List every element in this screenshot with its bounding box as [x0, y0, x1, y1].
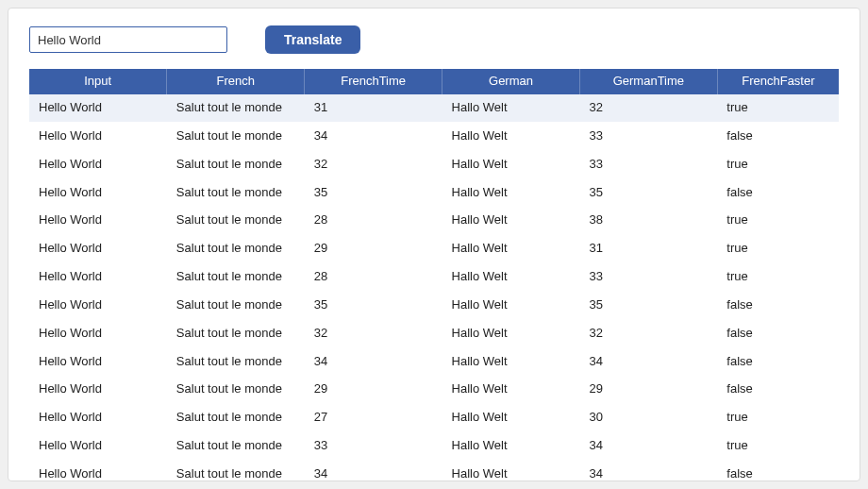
cell-french: Salut tout le monde: [167, 178, 305, 207]
cell-input: Hello World: [29, 319, 167, 347]
cell-frenchtime: 35: [305, 291, 442, 319]
cell-german: Hallo Welt: [442, 235, 580, 263]
cell-input: Hello World: [29, 94, 167, 123]
cell-input: Hello World: [29, 376, 167, 404]
cell-frenchtime: 34: [305, 122, 442, 150]
cell-frenchtime: 32: [305, 150, 442, 178]
cell-input: Hello World: [29, 207, 167, 235]
cell-frenchtime: 34: [305, 347, 442, 376]
col-header-frenchfaster[interactable]: FrenchFaster: [717, 69, 839, 94]
col-header-input[interactable]: Input: [29, 69, 167, 94]
cell-french: Salut tout le monde: [167, 291, 305, 319]
cell-frenchfaster: true: [717, 235, 839, 263]
cell-frenchfaster: true: [717, 404, 839, 432]
col-header-german[interactable]: German: [442, 69, 580, 94]
cell-french: Salut tout le monde: [167, 404, 305, 432]
cell-french: Salut tout le monde: [167, 319, 305, 347]
cell-germantime: 33: [579, 122, 717, 150]
cell-frenchtime: 28: [305, 263, 442, 292]
cell-german: Hallo Welt: [442, 376, 580, 404]
app-panel: Translate Input French FrenchTime German…: [8, 8, 860, 481]
cell-germantime: 32: [579, 319, 717, 347]
cell-germantime: 35: [579, 291, 717, 319]
cell-germantime: 33: [579, 263, 717, 292]
cell-french: Salut tout le monde: [167, 347, 305, 376]
table-row[interactable]: Hello WorldSalut tout le monde31Hallo We…: [29, 94, 839, 123]
cell-french: Salut tout le monde: [167, 150, 305, 178]
cell-frenchfaster: false: [717, 122, 839, 150]
cell-frenchfaster: true: [717, 94, 839, 123]
results-table: Input French FrenchTime German GermanTim…: [29, 69, 839, 489]
cell-frenchtime: 35: [305, 178, 442, 207]
col-header-french[interactable]: French: [167, 69, 305, 94]
table-row[interactable]: Hello WorldSalut tout le monde34Hallo We…: [29, 347, 839, 376]
cell-german: Hallo Welt: [442, 263, 580, 292]
cell-input: Hello World: [29, 235, 167, 263]
cell-german: Hallo Welt: [442, 94, 580, 123]
cell-frenchfaster: false: [717, 319, 839, 347]
cell-frenchfaster: false: [717, 376, 839, 404]
cell-input: Hello World: [29, 150, 167, 178]
cell-germantime: 30: [579, 404, 717, 432]
table-row[interactable]: Hello WorldSalut tout le monde28Hallo We…: [29, 263, 839, 292]
cell-input: Hello World: [29, 347, 167, 376]
cell-german: Hallo Welt: [442, 319, 580, 347]
cell-german: Hallo Welt: [442, 291, 580, 319]
cell-german: Hallo Welt: [442, 432, 580, 461]
cell-germantime: 31: [579, 235, 717, 263]
cell-frenchtime: 27: [305, 404, 442, 432]
toolbar: Translate: [29, 25, 839, 54]
cell-frenchfaster: false: [717, 460, 839, 488]
cell-germantime: 34: [579, 432, 717, 461]
cell-frenchtime: 31: [305, 94, 442, 123]
table-row[interactable]: Hello WorldSalut tout le monde32Hallo We…: [29, 319, 839, 347]
cell-input: Hello World: [29, 460, 167, 488]
cell-frenchfaster: true: [717, 432, 839, 461]
source-text-input[interactable]: [29, 26, 227, 53]
cell-french: Salut tout le monde: [167, 235, 305, 263]
cell-frenchtime: 29: [305, 235, 442, 263]
cell-frenchfaster: true: [717, 263, 839, 292]
table-row[interactable]: Hello WorldSalut tout le monde32Hallo We…: [29, 150, 839, 178]
cell-input: Hello World: [29, 263, 167, 292]
cell-input: Hello World: [29, 404, 167, 432]
cell-germantime: 32: [579, 94, 717, 123]
cell-frenchfaster: true: [717, 207, 839, 235]
table-header-row: Input French FrenchTime German GermanTim…: [29, 69, 839, 94]
table-row[interactable]: Hello WorldSalut tout le monde29Hallo We…: [29, 235, 839, 263]
cell-germantime: 34: [579, 347, 717, 376]
cell-frenchtime: 34: [305, 460, 442, 488]
table-row[interactable]: Hello WorldSalut tout le monde34Hallo We…: [29, 460, 839, 488]
cell-frenchfaster: false: [717, 347, 839, 376]
cell-frenchfaster: false: [717, 291, 839, 319]
cell-german: Hallo Welt: [442, 122, 580, 150]
col-header-frenchtime[interactable]: FrenchTime: [305, 69, 442, 94]
table-row[interactable]: Hello WorldSalut tout le monde27Hallo We…: [29, 404, 839, 432]
cell-input: Hello World: [29, 291, 167, 319]
table-row[interactable]: Hello WorldSalut tout le monde34Hallo We…: [29, 122, 839, 150]
col-header-germantime[interactable]: GermanTime: [579, 69, 717, 94]
table-row[interactable]: Hello WorldSalut tout le monde35Hallo We…: [29, 291, 839, 319]
cell-french: Salut tout le monde: [167, 460, 305, 488]
cell-french: Salut tout le monde: [167, 376, 305, 404]
cell-germantime: 35: [579, 178, 717, 207]
cell-frenchtime: 33: [305, 432, 442, 461]
table-row[interactable]: Hello WorldSalut tout le monde29Hallo We…: [29, 376, 839, 404]
cell-input: Hello World: [29, 122, 167, 150]
cell-german: Hallo Welt: [442, 178, 580, 207]
cell-german: Hallo Welt: [442, 460, 580, 488]
cell-input: Hello World: [29, 178, 167, 207]
cell-frenchfaster: true: [717, 150, 839, 178]
cell-germantime: 38: [579, 207, 717, 235]
table-row[interactable]: Hello WorldSalut tout le monde33Hallo We…: [29, 432, 839, 461]
cell-german: Hallo Welt: [442, 207, 580, 235]
table-row[interactable]: Hello WorldSalut tout le monde35Hallo We…: [29, 178, 839, 207]
cell-french: Salut tout le monde: [167, 263, 305, 292]
cell-frenchfaster: false: [717, 178, 839, 207]
cell-germantime: 34: [579, 460, 717, 488]
table-row[interactable]: Hello WorldSalut tout le monde28Hallo We…: [29, 207, 839, 235]
cell-input: Hello World: [29, 432, 167, 461]
cell-frenchtime: 28: [305, 207, 442, 235]
cell-french: Salut tout le monde: [167, 122, 305, 150]
translate-button[interactable]: Translate: [265, 25, 360, 54]
